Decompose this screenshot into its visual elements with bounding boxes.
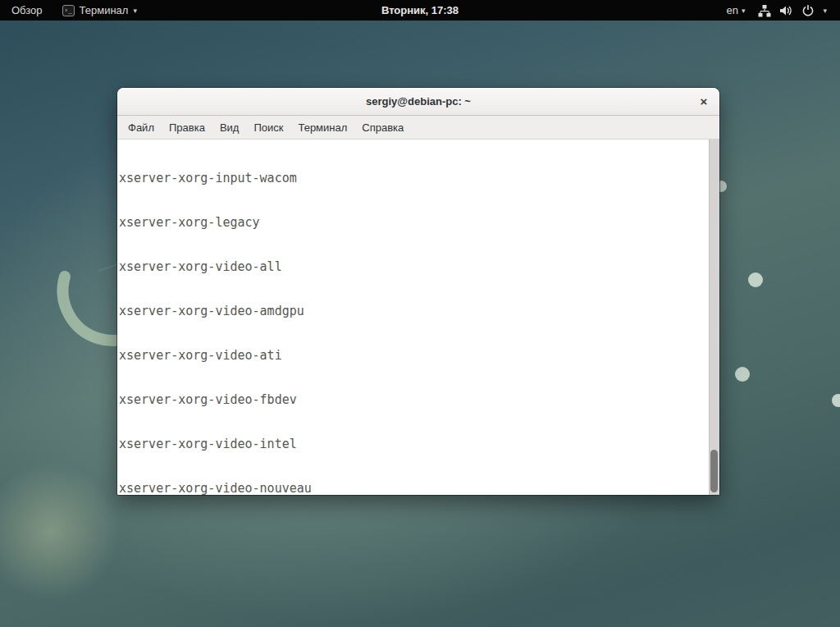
close-icon: × — [701, 94, 708, 108]
menu-edit[interactable]: Правка — [162, 118, 212, 137]
terminal-output: xserver-xorg-input-wacom xserver-xorg-le… — [119, 141, 707, 495]
app-menu-label: Терминал — [80, 4, 129, 16]
volume-icon — [779, 4, 793, 17]
close-button[interactable]: × — [695, 93, 713, 111]
window-titlebar[interactable]: sergiy@debian-pc: ~ × — [117, 88, 719, 116]
system-status-area[interactable]: ▾ — [755, 4, 830, 17]
menu-terminal[interactable]: Терминал — [290, 118, 354, 137]
activities-label: Обзор — [11, 4, 43, 16]
menu-search[interactable]: Поиск — [246, 118, 290, 137]
terminal-line: xserver-xorg-video-all — [119, 259, 707, 274]
clock[interactable]: Вторник, 17:38 — [381, 4, 459, 16]
chevron-down-icon: ▾ — [133, 7, 137, 15]
menu-help[interactable]: Справка — [354, 118, 411, 137]
terminal-window: sergiy@debian-pc: ~ × Файл Правка Вид По… — [117, 88, 719, 495]
menu-file[interactable]: Файл — [121, 118, 162, 137]
menu-view[interactable]: Вид — [212, 118, 247, 137]
keyboard-layout-label: en — [726, 4, 737, 16]
chevron-down-icon: ▾ — [742, 7, 746, 15]
top-bar: Обзор ›_ Терминал ▾ Вторник, 17:38 en ▾ — [0, 0, 840, 21]
keyboard-layout-button[interactable]: en ▾ — [723, 4, 748, 16]
terminal-line: xserver-xorg-video-nouveau — [119, 481, 707, 495]
wallpaper-dot — [735, 367, 750, 382]
terminal-line: xserver-xorg-video-fbdev — [119, 392, 707, 407]
app-menu-button[interactable]: ›_ Терминал ▾ — [54, 0, 145, 21]
terminal-line: xserver-xorg-input-wacom — [119, 171, 707, 185]
menu-bar: Файл Правка Вид Поиск Терминал Справка — [117, 116, 719, 140]
terminal-line: xserver-xorg-legacy — [119, 215, 707, 230]
terminal-line: xserver-xorg-video-ati — [119, 348, 707, 363]
network-wired-icon — [758, 4, 771, 17]
terminal-icon: ›_ — [62, 5, 75, 16]
terminal-line: xserver-xorg-video-intel — [119, 437, 707, 451]
wallpaper-dot — [748, 272, 763, 287]
chevron-down-icon: ▾ — [823, 7, 827, 15]
power-icon — [801, 4, 815, 17]
activities-button[interactable]: Обзор — [0, 0, 54, 21]
scrollbar-thumb[interactable] — [710, 450, 718, 492]
terminal-line: xserver-xorg-video-amdgpu — [119, 304, 707, 318]
scrollbar-track[interactable] — [709, 140, 719, 495]
terminal-viewport[interactable]: xserver-xorg-input-wacom xserver-xorg-le… — [117, 140, 719, 495]
window-title: sergiy@debian-pc: ~ — [366, 95, 471, 108]
wallpaper-dot — [832, 394, 840, 407]
